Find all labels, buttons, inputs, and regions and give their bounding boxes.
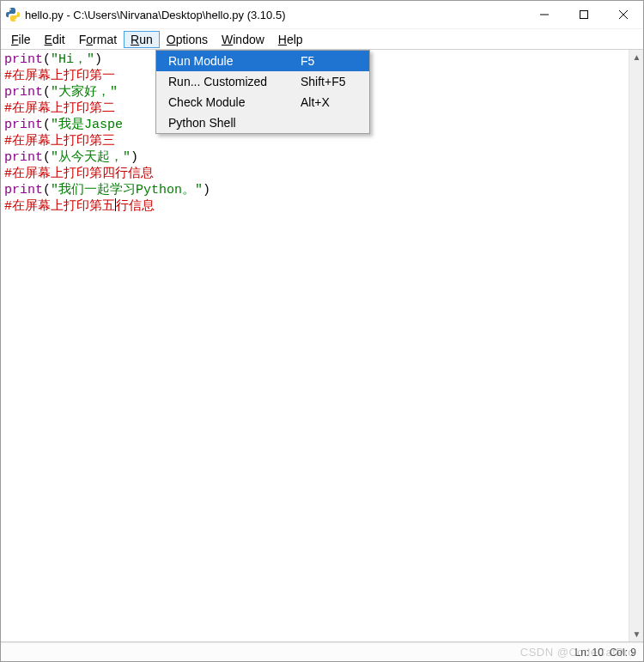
run-menu-item-python-shell[interactable]: Python Shell [156,112,369,133]
close-button[interactable] [604,2,643,27]
menu-item-shortcut: Shift+F5 [301,75,361,88]
run-menu-item-run-customized[interactable]: Run... CustomizedShift+F5 [156,71,369,92]
code-token: print [4,85,43,100]
code-token: #在屏幕上打印第四行信息 [4,167,154,181]
code-line: print("从今天起，") [4,149,640,166]
code-token: ) [131,150,138,165]
editor-area: print("Hi，")#在屏幕上打印第一print("大家好，"#在屏幕上打印… [1,49,643,642]
code-token: print [4,150,43,165]
code-token: #在屏幕上打印第二 [4,101,115,116]
status-line-value: 10 [592,647,604,659]
vertical-scrollbar[interactable]: ▲ ▼ [629,50,643,641]
window-title: hello.py - C:\Users\Nirvana\Desktop\hell… [25,9,285,21]
code-token: ( [43,150,51,165]
menu-format[interactable]: Format [72,31,124,48]
svg-point-1 [15,19,16,21]
code-token: "Hi，" [51,52,94,67]
code-token: ( [43,183,51,197]
code-token: "从今天起，" [51,150,131,165]
menu-item-label: Run Module [168,54,301,68]
code-token: print [4,52,43,67]
code-token: #在屏幕上打印第五 [4,199,115,214]
code-token: print [4,118,43,132]
minimize-button[interactable] [525,2,564,27]
code-token: 行信息 [116,199,155,214]
scroll-up-button[interactable]: ▲ [629,50,643,64]
status-col-label: Col: [610,647,628,659]
code-token: "大家好，" [51,85,118,100]
menu-help[interactable]: Help [271,31,310,48]
run-menu-dropdown: Run ModuleF5Run... CustomizedShift+F5Che… [155,50,370,134]
status-line-label: Ln: [575,647,590,659]
code-token: #在屏幕上打印第一 [4,69,115,83]
code-token: ( [43,85,51,100]
code-line: print("我们一起学习Python。") [4,182,640,198]
code-line: #在屏幕上打印第三 [4,133,640,149]
app-window: hello.py - C:\Users\Nirvana\Desktop\hell… [0,0,644,662]
run-menu-item-check-module[interactable]: Check ModuleAlt+X [156,92,369,112]
menu-item-label: Run... Customized [168,75,301,88]
svg-point-0 [9,9,11,10]
code-token: ) [94,52,102,67]
status-col-value: 9 [630,647,636,659]
menu-edit[interactable]: Edit [38,31,72,48]
menu-item-label: Check Module [168,95,301,109]
title-bar: hello.py - C:\Users\Nirvana\Desktop\hell… [1,1,643,28]
svg-rect-3 [580,11,588,19]
app-icon [6,8,20,21]
code-token: "我们一起学习Python。" [51,183,203,197]
menu-options[interactable]: Options [160,31,215,48]
scroll-down-button[interactable]: ▼ [629,627,643,641]
menu-file[interactable]: File [4,31,38,48]
code-line: #在屏幕上打印第五行信息 [4,198,640,215]
menu-run[interactable]: Run [124,31,160,48]
maximize-button[interactable] [564,2,604,27]
code-token: ( [43,52,51,67]
code-token: print [4,183,43,197]
menu-item-shortcut: Alt+X [301,95,361,109]
status-bar: Ln: 10 Col: 9 CSDN @CodeCatPro [1,642,643,661]
code-token: ) [203,183,210,197]
menu-window[interactable]: Window [215,31,271,48]
code-token: "我是Jaspe [51,118,123,132]
menu-item-label: Python Shell [168,116,301,130]
menu-bar: FileEditFormatRunOptionsWindowHelp [1,28,643,49]
menu-item-shortcut: F5 [301,54,361,68]
code-line: #在屏幕上打印第四行信息 [4,166,640,182]
code-token: #在屏幕上打印第三 [4,134,115,149]
code-token: ( [43,118,51,132]
run-menu-item-run-module[interactable]: Run ModuleF5 [156,51,369,71]
